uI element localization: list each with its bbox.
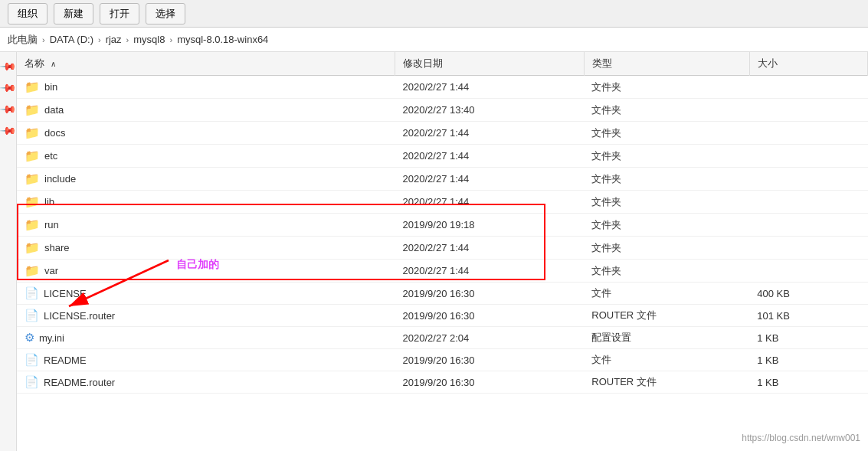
breadcrumb-mysql8[interactable]: mysql8 — [133, 34, 165, 45]
file-name-label: README.router — [44, 377, 115, 388]
new-button[interactable]: 新建 — [54, 3, 93, 25]
file-type: 文件夹 — [584, 99, 749, 122]
file-modified: 2020/2/27 1:44 — [395, 122, 585, 145]
file-type: 文件夹 — [584, 168, 749, 191]
file-size — [749, 214, 867, 237]
table-row[interactable]: 📁lib2020/2/27 1:44文件夹 — [17, 191, 868, 214]
file-size — [749, 237, 867, 260]
file-size — [749, 76, 867, 99]
breadcrumb-rjaz[interactable]: rjaz — [106, 34, 122, 45]
file-name-cell: 📄LICENSE.router — [25, 309, 115, 322]
file-name-label: data — [44, 104, 64, 116]
table-row[interactable]: 📁share2020/2/27 1:44文件夹 — [17, 237, 868, 260]
file-modified: 2019/9/20 16:30 — [395, 371, 585, 394]
table-row[interactable]: 📁docs2020/2/27 1:44文件夹 — [17, 122, 868, 145]
file-name-label: lib — [44, 196, 54, 208]
file-type: 配置设置 — [584, 327, 749, 349]
pin-icon-4[interactable]: 📌 — [0, 121, 17, 139]
file-name-cell: 📄LICENSE — [25, 286, 87, 300]
open-button[interactable]: 打开 — [100, 3, 139, 25]
file-name-cell: 📁include — [25, 172, 76, 186]
table-row[interactable]: 📁data2020/2/27 13:40文件夹 — [17, 99, 868, 122]
folder-icon: 📁 — [25, 172, 40, 186]
file-type: 文件 — [584, 283, 749, 305]
file-area[interactable]: 名称 ∧ 修改日期 类型 大小 📁bin2020/2/27 1:44文件夹📁da… — [17, 52, 868, 451]
file-modified: 2020/2/27 2:04 — [395, 327, 585, 349]
file-type: 文件夹 — [584, 214, 749, 237]
file-modified: 2019/9/20 16:30 — [395, 305, 585, 327]
file-name-label: run — [44, 219, 59, 230]
file-size: 1 KB — [749, 327, 867, 349]
file-name-cell: 📁lib — [25, 194, 54, 209]
file-name-label: var — [44, 265, 58, 276]
file-name-label: share — [44, 242, 70, 253]
file-name-cell: 📁run — [25, 217, 59, 232]
main-area: 📌 📌 📌 📌 名称 ∧ 修改日期 类型 大小 📁bin2020/2/27 1:… — [0, 52, 868, 451]
breadcrumb-computer[interactable]: 此电脑 — [8, 33, 38, 47]
table-row[interactable]: 📄LICENSE2019/9/20 16:30文件400 KB — [17, 283, 868, 305]
file-name-label: LICENSE — [44, 288, 87, 299]
file-name-label: etc — [44, 150, 57, 162]
file-type: 文件夹 — [584, 76, 749, 99]
table-row[interactable]: 📁include2020/2/27 1:44文件夹 — [17, 168, 868, 191]
file-modified: 2020/2/27 13:40 — [395, 99, 585, 122]
file-modified: 2020/2/27 1:44 — [395, 76, 585, 99]
table-row[interactable]: 📄README2019/9/20 16:30文件1 KB — [17, 349, 868, 371]
table-row[interactable]: 📁bin2020/2/27 1:44文件夹 — [17, 76, 868, 99]
file-type: 文件夹 — [584, 237, 749, 260]
file-name-label: my.ini — [39, 332, 64, 344]
file-icon: 📄 — [25, 309, 39, 322]
pin-icon-3[interactable]: 📌 — [0, 100, 17, 117]
file-size — [749, 168, 867, 191]
file-size — [749, 145, 867, 168]
header-size[interactable]: 大小 — [749, 52, 867, 76]
file-modified: 2019/9/20 16:30 — [395, 349, 585, 371]
breadcrumb-folder[interactable]: mysql-8.0.18-winx64 — [177, 34, 268, 45]
file-name-cell: 📁data — [25, 103, 64, 117]
table-row[interactable]: 📁var2020/2/27 1:44文件夹 — [17, 260, 868, 283]
file-name-cell: 📁docs — [25, 126, 65, 140]
file-name-cell: 📁etc — [25, 149, 57, 163]
organize-button[interactable]: 组织 — [8, 3, 47, 25]
file-modified: 2019/9/20 19:18 — [395, 214, 585, 237]
file-table: 名称 ∧ 修改日期 类型 大小 📁bin2020/2/27 1:44文件夹📁da… — [17, 52, 868, 394]
file-icon: 📄 — [25, 286, 39, 300]
file-type: ROUTER 文件 — [584, 371, 749, 394]
file-type: 文件夹 — [584, 191, 749, 214]
file-name-cell: 📁bin — [25, 80, 57, 94]
table-row[interactable]: 📁etc2020/2/27 1:44文件夹 — [17, 145, 868, 168]
file-modified: 2020/2/27 1:44 — [395, 237, 585, 260]
file-size — [749, 99, 867, 122]
file-size: 101 KB — [749, 305, 867, 327]
file-name-cell: ⚙my.ini — [25, 331, 64, 345]
table-row[interactable]: ⚙my.ini2020/2/27 2:04配置设置1 KB — [17, 327, 868, 349]
file-name-label: README — [44, 355, 87, 366]
file-modified: 2020/2/27 1:44 — [395, 145, 585, 168]
file-size — [749, 191, 867, 214]
header-type[interactable]: 类型 — [584, 52, 749, 76]
pin-icon-1[interactable]: 📌 — [0, 57, 17, 74]
table-header-row: 名称 ∧ 修改日期 类型 大小 — [17, 52, 868, 76]
file-name-label: include — [44, 173, 76, 185]
folder-icon: 📁 — [25, 240, 40, 255]
table-row[interactable]: 📄README.router2019/9/20 16:30ROUTER 文件1 … — [17, 371, 868, 394]
pin-icon-2[interactable]: 📌 — [0, 78, 17, 96]
folder-icon: 📁 — [25, 103, 40, 117]
file-type: ROUTER 文件 — [584, 305, 749, 327]
select-button[interactable]: 选择 — [146, 3, 185, 25]
table-row[interactable]: 📄LICENSE.router2019/9/20 16:30ROUTER 文件1… — [17, 305, 868, 327]
file-name-label: bin — [44, 81, 57, 93]
file-name-label: LICENSE.router — [44, 310, 115, 322]
table-row[interactable]: 📁run2019/9/20 19:18文件夹 — [17, 214, 868, 237]
file-name-cell: 📁var — [25, 263, 58, 278]
breadcrumb: 此电脑 › DATA (D:) › rjaz › mysql8 › mysql-… — [0, 28, 868, 52]
folder-icon: 📁 — [25, 149, 40, 163]
file-type: 文件夹 — [584, 122, 749, 145]
file-size: 1 KB — [749, 371, 867, 394]
folder-icon: 📁 — [25, 80, 40, 94]
breadcrumb-drive[interactable]: DATA (D:) — [50, 34, 93, 45]
header-modified[interactable]: 修改日期 — [395, 52, 585, 76]
file-modified: 2019/9/20 16:30 — [395, 283, 585, 305]
file-size: 400 KB — [749, 283, 867, 305]
header-name[interactable]: 名称 ∧ — [17, 52, 395, 76]
